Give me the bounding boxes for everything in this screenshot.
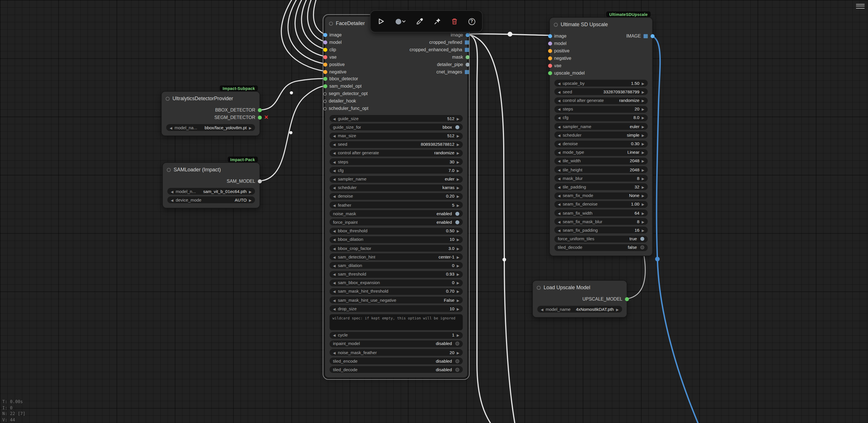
widget-force-uniform-tiles[interactable]: force_uniform_tilestrue — [554, 235, 648, 242]
decrement-arrow-icon[interactable]: ◀ — [558, 133, 560, 137]
increment-arrow-icon[interactable]: ▶ — [642, 202, 644, 206]
widget-tile-height[interactable]: ◀tile_height2048▶ — [554, 166, 648, 173]
increment-arrow-icon[interactable]: ▶ — [457, 298, 459, 302]
node-title-bar[interactable]: Ultimate SD Upscale — [550, 18, 652, 30]
widget-sam-threshold[interactable]: ◀sam_threshold0.93▶ — [330, 271, 463, 277]
toggle-dot[interactable] — [455, 359, 459, 363]
node-title-bar[interactable]: Load Upscale Model — [533, 281, 627, 293]
increment-arrow-icon[interactable]: ▶ — [249, 125, 252, 129]
port-dot[interactable] — [323, 85, 327, 89]
decrement-arrow-icon[interactable]: ◀ — [558, 193, 560, 198]
output-bbox_detector[interactable]: BBOX_DETECTOR — [215, 107, 261, 114]
toggle-dot[interactable] — [455, 342, 459, 346]
widget-steps[interactable]: ◀steps30▶ — [330, 158, 463, 165]
help-button[interactable]: ? — [465, 14, 478, 28]
increment-arrow-icon[interactable]: ▶ — [642, 159, 644, 163]
increment-arrow-icon[interactable]: ▶ — [642, 185, 644, 189]
increment-arrow-icon[interactable]: ▶ — [457, 333, 459, 337]
input-model[interactable]: model — [548, 40, 567, 47]
port-dot[interactable] — [548, 71, 552, 75]
port-dot[interactable] — [323, 70, 327, 74]
port-dot[interactable] — [257, 179, 261, 183]
decrement-arrow-icon[interactable]: ◀ — [558, 177, 560, 180]
output-segm_detector[interactable]: SEGM_DETECTOR✕ — [214, 114, 261, 121]
widget-control-after-generate[interactable]: ◀control after generaterandomize▶ — [330, 150, 463, 157]
decrement-arrow-icon[interactable]: ◀ — [333, 186, 336, 189]
link-midpoint-dot[interactable] — [503, 258, 506, 262]
increment-arrow-icon[interactable]: ▶ — [457, 264, 459, 268]
output-image[interactable]: IMAGE▦ — [626, 32, 654, 40]
widget-drop-size[interactable]: ◀drop_size10▶ — [330, 305, 463, 312]
port-dot[interactable] — [323, 40, 327, 44]
node-ultralytics-detector-provider[interactable]: Impact-Subpack UltralyticsDetectorProvid… — [161, 91, 260, 136]
widget-sam-bbox-expansion[interactable]: ◀sam_bbox_expansion0▶ — [330, 279, 463, 286]
increment-arrow-icon[interactable]: ▶ — [642, 211, 644, 215]
port-dot[interactable] — [650, 34, 654, 38]
widget-seam-fix-denoise[interactable]: ◀seam_fix_denoise1.00▶ — [554, 201, 648, 208]
decrement-arrow-icon[interactable]: ◀ — [333, 177, 336, 181]
node-face-detailer[interactable]: FaceDetailer imagemodelclipvaepositivene… — [324, 16, 468, 378]
increment-arrow-icon[interactable]: ▶ — [642, 177, 644, 180]
delete-button[interactable] — [448, 14, 461, 28]
wire[interactable] — [308, 0, 324, 41]
port-dot[interactable] — [323, 62, 327, 66]
port-dot[interactable] — [323, 55, 327, 59]
increment-arrow-icon[interactable]: ▶ — [457, 143, 459, 147]
increment-arrow-icon[interactable]: ▶ — [642, 107, 644, 111]
widget-noise-mask-feather[interactable]: ◀noise_mask_feather20▶ — [330, 349, 463, 356]
increment-arrow-icon[interactable]: ▶ — [457, 116, 459, 120]
decrement-arrow-icon[interactable]: ◀ — [558, 185, 560, 189]
decrement-arrow-icon[interactable]: ◀ — [558, 150, 560, 154]
port-dot[interactable] — [548, 63, 552, 67]
widget-steps[interactable]: ◀steps20▶ — [554, 106, 648, 113]
widget-seam-fix-mode[interactable]: ◀seam_fix_modeNone▶ — [554, 192, 648, 199]
widget-inpaint-model[interactable]: inpaint_modeldisabled — [330, 340, 463, 347]
toggle-dot[interactable] — [455, 368, 459, 372]
widget-tile-padding[interactable]: ◀tile_padding32▶ — [554, 184, 648, 190]
decrement-arrow-icon[interactable]: ◀ — [558, 202, 560, 206]
wire-image-to-upscaler[interactable] — [467, 34, 551, 35]
port-dot[interactable] — [465, 55, 469, 59]
decrement-arrow-icon[interactable]: ◀ — [171, 198, 173, 202]
toggle-dot[interactable] — [640, 246, 644, 250]
widget-model-n-[interactable]: ◀model_n...sam_vit_b_01ec64.pth▶ — [167, 188, 255, 195]
decrement-arrow-icon[interactable]: ◀ — [171, 189, 173, 193]
decrement-arrow-icon[interactable]: ◀ — [558, 107, 560, 111]
input-model[interactable]: model — [323, 39, 342, 46]
widget-tiled-encode[interactable]: tiled_encodedisabled — [330, 358, 463, 365]
widget-scheduler[interactable]: ◀schedulersimple▶ — [554, 132, 648, 139]
widget-scheduler[interactable]: ◀schedulerkarras▶ — [330, 184, 463, 191]
port-dot[interactable] — [625, 297, 629, 301]
node-ultimate-sd-upscale[interactable]: UltimateSDUpscale Ultimate SD Upscale im… — [549, 17, 653, 256]
node-sam-loader[interactable]: Impact-Pack SAMLoader (Impact) SAM_MODEL… — [162, 162, 260, 209]
widget-control-after-generate[interactable]: ◀control after generaterandomize▶ — [554, 97, 648, 104]
increment-arrow-icon[interactable]: ▶ — [457, 169, 459, 173]
decrement-arrow-icon[interactable]: ◀ — [333, 307, 336, 311]
output-cropped_refined[interactable]: cropped_refined▦ — [429, 39, 469, 46]
increment-arrow-icon[interactable]: ▶ — [457, 151, 459, 155]
collapse-dot[interactable] — [329, 21, 333, 25]
decrement-arrow-icon[interactable]: ◀ — [333, 272, 336, 276]
decrement-arrow-icon[interactable]: ◀ — [558, 90, 560, 94]
widget-sam-mask-hint-use-negative[interactable]: ◀sam_mask_hint_use_negativeFalse▶ — [330, 297, 463, 303]
increment-arrow-icon[interactable]: ▶ — [642, 116, 644, 120]
input-vae[interactable]: vae — [323, 53, 337, 61]
link-midpoint-dot[interactable] — [289, 131, 292, 134]
decrement-arrow-icon[interactable]: ◀ — [333, 143, 336, 147]
increment-arrow-icon[interactable]: ▶ — [457, 203, 459, 207]
widget-device-mode[interactable]: ◀device_modeAUTO▶ — [167, 197, 255, 204]
widget-sam-dilation[interactable]: ◀sam_dilation0▶ — [330, 262, 463, 269]
increment-arrow-icon[interactable]: ▶ — [457, 194, 459, 199]
decrement-arrow-icon[interactable]: ◀ — [333, 160, 336, 164]
increment-arrow-icon[interactable]: ▶ — [642, 90, 644, 94]
port-dot[interactable] — [323, 92, 327, 95]
decrement-arrow-icon[interactable]: ◀ — [333, 281, 336, 285]
increment-arrow-icon[interactable]: ▶ — [457, 238, 459, 242]
increment-arrow-icon[interactable]: ▶ — [642, 81, 644, 85]
widget-cycle[interactable]: ◀cycle1▶ — [330, 332, 463, 338]
toggle-dot[interactable] — [455, 220, 459, 224]
decrement-arrow-icon[interactable]: ◀ — [558, 228, 560, 232]
wire-image-down-1[interactable] — [467, 34, 494, 423]
increment-arrow-icon[interactable]: ▶ — [457, 177, 459, 181]
decrement-arrow-icon[interactable]: ◀ — [558, 211, 560, 215]
